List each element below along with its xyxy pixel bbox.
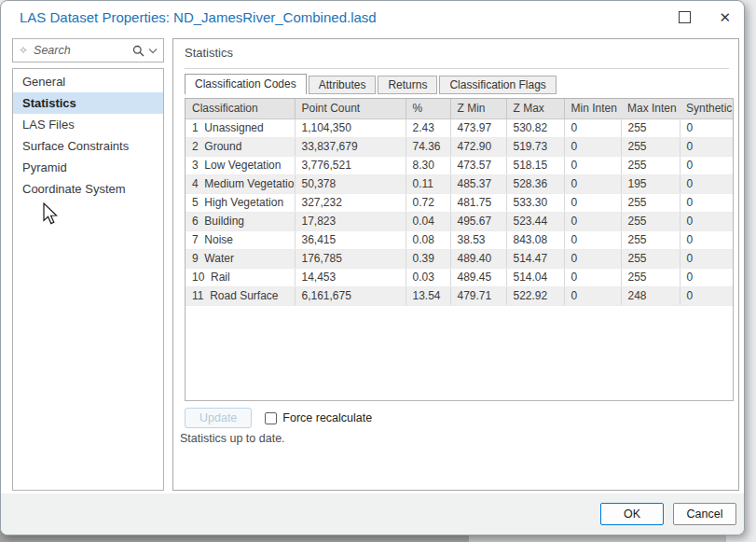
update-button[interactable]: Update (185, 408, 252, 428)
cell: 530.82 (506, 118, 564, 137)
titlebar[interactable]: LAS Dataset Properties: ND_JamesRiver_Co… (1, 1, 744, 34)
las-dataset-properties-dialog: LAS Dataset Properties: ND_JamesRiver_Co… (0, 0, 745, 535)
statistics-table-container[interactable]: ClassificationPoint Count%Z MinZ MaxMin … (185, 98, 734, 401)
column-header-point-count: Point Count (295, 99, 405, 118)
tab-classification-codes[interactable]: Classification Codes (185, 74, 307, 94)
sidebar-item-general[interactable]: General (13, 71, 163, 92)
table-row[interactable]: 10 Rail14,4530.03489.45514.0402550 (186, 268, 734, 286)
cell: 0 (564, 118, 621, 137)
heading-divider (185, 68, 729, 69)
cell: 0 (680, 212, 734, 230)
cell: 255 (621, 249, 680, 268)
table-row[interactable]: 7 Noise36,4150.0838.53843.0802550 (186, 230, 734, 249)
cell: 74.36 (405, 137, 450, 156)
close-icon[interactable]: ✕ (719, 10, 731, 24)
sidebar-item-statistics[interactable]: Statistics (13, 92, 163, 114)
cell: 0.03 (405, 268, 450, 286)
cell: 0 (564, 156, 621, 174)
cell: 0 (680, 137, 734, 156)
table-row[interactable]: 4 Medium Vegetation50,3780.11485.37528.3… (186, 174, 734, 193)
cell: 0.72 (405, 193, 450, 212)
tab-classification-flags[interactable]: Classification Flags (439, 76, 556, 94)
cell: 0 (680, 286, 734, 305)
cell: 248 (621, 286, 680, 305)
sidebar-item-pyramid[interactable]: Pyramid (13, 157, 163, 178)
column-header-max-inten: Max Inten (621, 99, 680, 118)
cell: 489.40 (450, 249, 506, 268)
cell: 1,104,350 (295, 118, 405, 137)
sidebar-item-surface-constraints[interactable]: Surface Constraints (13, 135, 163, 157)
window-controls: ✕ (679, 10, 731, 24)
cell: 514.47 (506, 249, 564, 268)
cell: 485.37 (450, 174, 506, 193)
cell: 0 (564, 268, 621, 286)
mouse-cursor (42, 202, 58, 225)
cell: 0 (680, 193, 734, 212)
tab-attributes[interactable]: Attributes (309, 76, 377, 94)
page-title: Statistics (185, 46, 233, 60)
cell: 255 (621, 193, 680, 212)
cell: 0.04 (405, 212, 450, 230)
ok-button[interactable]: OK (600, 503, 664, 525)
cell: 528.36 (506, 174, 564, 193)
cell: 1 Unassigned (186, 118, 295, 137)
table-header-row: ClassificationPoint Count%Z MinZ MaxMin … (186, 99, 734, 118)
column-header-min-inten: Min Inten (564, 99, 621, 118)
cell: 514.04 (506, 268, 564, 286)
cell: 519.73 (506, 137, 564, 156)
cell: 3,776,521 (295, 156, 405, 174)
cell: 495.67 (450, 212, 506, 230)
table-row[interactable]: 9 Water176,7850.39489.40514.4702550 (186, 249, 734, 268)
tab-returns[interactable]: Returns (378, 76, 437, 94)
sidebar-item-las-files[interactable]: LAS Files (13, 114, 163, 135)
column-header-synthetic: Synthetic (680, 99, 734, 118)
cell: 0 (680, 174, 734, 193)
cell: 5 High Vegetation (186, 193, 295, 212)
sidebar-item-coordinate-system[interactable]: Coordinate System (13, 178, 163, 200)
cell: 0 (680, 156, 734, 174)
dialog-title: LAS Dataset Properties: ND_JamesRiver_Co… (20, 9, 377, 25)
search-input[interactable] (34, 44, 132, 57)
force-recalculate-label: Force recalculate (282, 411, 372, 424)
cell: 50,378 (295, 174, 405, 193)
sidebar: ✧ GeneralStatisticsLAS FilesSurface Cons… (12, 38, 164, 491)
statistics-page: Statistics Classification CodesAttribute… (172, 38, 739, 491)
table-row[interactable]: 2 Ground33,837,67974.36472.90519.7302550 (186, 137, 734, 156)
cell: 479.71 (450, 286, 506, 305)
table-row[interactable]: 11 Road Surface6,161,67513.54479.71522.9… (186, 286, 734, 305)
cell: 473.57 (450, 156, 506, 174)
table-row[interactable]: 1 Unassigned1,104,3502.43473.97530.82025… (186, 118, 734, 137)
cell: 176,785 (295, 249, 405, 268)
cell: 0 (564, 137, 621, 156)
search-box[interactable]: ✧ (12, 38, 164, 63)
cell: 0 (564, 286, 621, 305)
cancel-button[interactable]: Cancel (673, 503, 736, 525)
cell: 8.30 (405, 156, 450, 174)
maximize-icon[interactable] (679, 11, 691, 23)
column-header-z-max: Z Max (506, 99, 564, 118)
cell: 33,837,679 (295, 137, 405, 156)
table-row[interactable]: 3 Low Vegetation3,776,5218.30473.57518.1… (186, 156, 734, 174)
cell: 2 Ground (186, 137, 295, 156)
cell: 472.90 (450, 137, 506, 156)
magnifier-icon[interactable] (132, 45, 144, 57)
cell: 533.30 (506, 193, 564, 212)
cell: 10 Rail (186, 268, 295, 286)
table-row[interactable]: 6 Building17,8230.04495.67523.4402550 (186, 212, 734, 230)
table-row[interactable]: 5 High Vegetation327,2320.72481.75533.30… (186, 193, 734, 212)
cell: 255 (621, 118, 680, 137)
cell: 843.08 (506, 230, 564, 249)
cell: 6 Building (186, 212, 295, 230)
chevron-down-icon[interactable] (148, 48, 158, 54)
dialog-footer: OK Cancel (1, 493, 744, 535)
cell: 0 (564, 174, 621, 193)
cell: 195 (621, 174, 680, 193)
cell: 489.45 (450, 268, 506, 286)
cell: 9 Water (186, 249, 295, 268)
force-recalculate-checkbox[interactable] (265, 412, 277, 424)
cell: 522.92 (506, 286, 564, 305)
cell: 0.11 (405, 174, 450, 193)
cell: 7 Noise (186, 230, 295, 249)
column-header-z-min: Z Min (450, 99, 506, 118)
cell: 0 (680, 230, 734, 249)
